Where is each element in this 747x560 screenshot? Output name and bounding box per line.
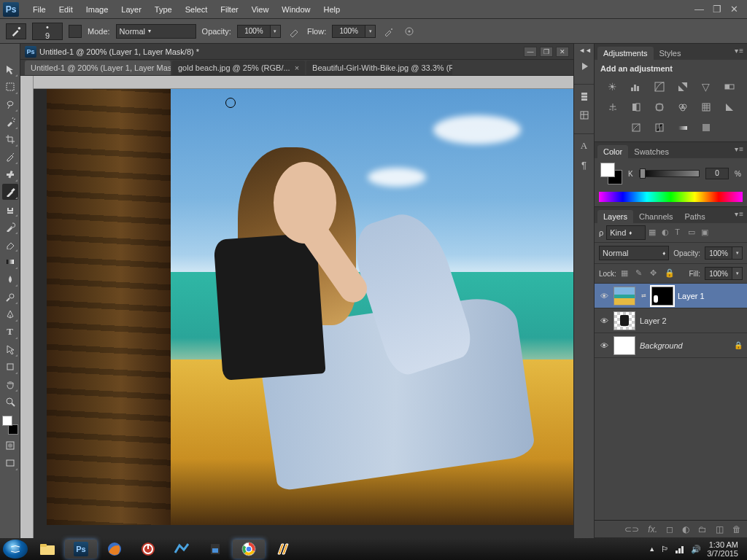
crop-tool[interactable] [2,131,18,147]
lock-transparent-icon[interactable]: ▦ [621,268,631,279]
layer-name[interactable]: Layer 1 [678,292,743,300]
lock-paint-icon[interactable]: ✎ [635,268,646,279]
paragraph-icon[interactable]: ¶ [577,158,592,172]
levels-icon[interactable] [630,80,643,93]
tab-swatches[interactable]: Swatches [628,145,675,158]
mask-thumbnail[interactable] [651,287,673,306]
character-icon[interactable]: A [577,139,592,153]
history-brush-tool[interactable] [2,219,18,235]
menu-file[interactable]: File [26,2,53,17]
filter-pixel-icon[interactable]: ▦ [649,228,659,238]
filter-smart-icon[interactable]: ▣ [701,228,711,238]
panel-menu-icon[interactable]: ▾≡ [735,145,744,153]
bw-icon[interactable] [630,101,643,114]
tool-preset-picker[interactable] [6,23,26,39]
flow-value[interactable]: 100% [332,25,365,38]
restore-button[interactable]: ❐ [713,4,721,15]
minimize-button[interactable]: — [694,4,704,15]
tab-channels[interactable]: Channels [633,210,678,223]
quick-mask-toggle[interactable] [2,438,18,454]
layer-name[interactable]: Background [640,341,729,350]
menu-help[interactable]: Help [317,2,347,17]
history-icon[interactable] [577,89,592,104]
canvas[interactable] [47,89,573,525]
brush-tool[interactable] [2,184,18,200]
layer-opacity-caret[interactable]: ▾ [732,246,743,260]
taskbar-photoshop[interactable]: Ps [65,540,97,559]
taskbar-winamp[interactable] [266,540,298,559]
visibility-eye-icon[interactable]: 👁 [599,292,609,300]
panel-menu-icon[interactable]: ▾≡ [735,210,744,218]
close-button[interactable]: ✕ [730,4,738,15]
lasso-tool[interactable] [2,96,18,112]
delete-layer-icon[interactable]: 🗑 [732,524,741,534]
quick-select-tool[interactable] [2,114,18,130]
selective-color-icon[interactable] [700,121,713,134]
marquee-tool[interactable] [2,79,18,95]
pressure-size-icon[interactable] [402,24,417,39]
start-button[interactable] [3,540,28,559]
curves-icon[interactable] [653,80,666,93]
taskbar-app1[interactable] [166,540,198,559]
ruler-horizontal[interactable] [34,76,573,89]
gradient-map-icon[interactable] [676,121,689,134]
eyedropper-tool[interactable] [2,149,18,165]
photo-filter-icon[interactable] [653,101,666,114]
foreground-color-swatch[interactable] [2,416,12,426]
doc-minimize[interactable]: — [524,47,537,57]
ruler-vertical[interactable] [20,76,34,538]
layer-row[interactable]: 👁 Layer 2 [595,308,747,333]
brush-preset-picker[interactable]: •9 [32,23,63,40]
panel-menu-icon[interactable]: ▾≡ [735,47,744,55]
lock-position-icon[interactable]: ✥ [650,268,660,279]
background-color-swatch[interactable] [8,424,18,435]
tab-paths[interactable]: Paths [679,210,711,223]
hand-tool[interactable] [2,376,18,392]
play-icon[interactable] [577,58,592,73]
layer-opacity-value[interactable]: 100% [705,246,732,260]
menu-filter[interactable]: Filter [214,2,244,17]
layer-filter-kind[interactable]: Kind♦ [606,225,646,240]
gradient-tool[interactable] [2,254,18,270]
menu-type[interactable]: Type [148,2,179,17]
document-tab[interactable]: Untitled-1 @ 200% (Layer 1, Layer Mask/8… [25,61,171,75]
airbrush-icon[interactable] [382,24,396,39]
pen-tool[interactable] [2,306,18,322]
layer-thumbnail[interactable] [614,287,635,306]
brightness-icon[interactable]: ☀ [606,80,619,93]
type-tool[interactable]: T [2,324,18,340]
filter-shape-icon[interactable]: ▭ [688,228,698,238]
link-layers-icon[interactable]: ⊂⊃ [624,524,639,534]
flow-caret[interactable]: ▾ [365,25,376,38]
vibrance-icon[interactable]: ▽ [700,80,713,93]
menu-image[interactable]: Image [80,2,115,17]
color-swatches[interactable] [2,416,18,435]
tab-layers[interactable]: Layers [597,210,633,223]
blend-mode-dropdown[interactable]: Normal▾ [116,24,196,39]
stamp-tool[interactable] [2,201,18,217]
dodge-tool[interactable] [2,289,18,305]
tray-volume-icon[interactable]: 🔊 [691,545,701,554]
doc-close[interactable]: ✕ [556,47,569,57]
document-tab[interactable]: gold beach.jpg @ 25% (RGB/...× [172,61,305,75]
layer-fill-value[interactable]: 100% [705,267,732,280]
threshold-icon[interactable] [653,121,666,134]
canvas-viewport[interactable] [34,89,573,538]
filter-type-icon[interactable]: T [675,228,685,238]
tray-network-icon[interactable] [675,544,685,554]
layer-fill-caret[interactable]: ▾ [732,267,743,280]
adjustment-layer-icon[interactable]: ◐ [682,524,689,534]
properties-icon[interactable] [577,108,592,122]
visibility-eye-icon[interactable]: 👁 [599,341,609,350]
clock[interactable]: 1:30 AM 3/7/2015 [707,540,738,558]
layer-fx-icon[interactable]: fx. [648,524,657,534]
taskbar-firefox[interactable] [98,540,131,559]
color-fgbg-swatch[interactable] [600,163,622,184]
screen-mode-toggle[interactable] [2,455,18,471]
menu-edit[interactable]: Edit [53,2,80,17]
taskbar-power[interactable] [132,540,164,559]
layer-row[interactable]: 👁 ⇄ Layer 1 [595,284,747,308]
layer-thumbnail[interactable] [614,311,635,330]
path-select-tool[interactable] [2,341,18,357]
tray-flag-icon[interactable]: 🏳 [661,545,669,553]
